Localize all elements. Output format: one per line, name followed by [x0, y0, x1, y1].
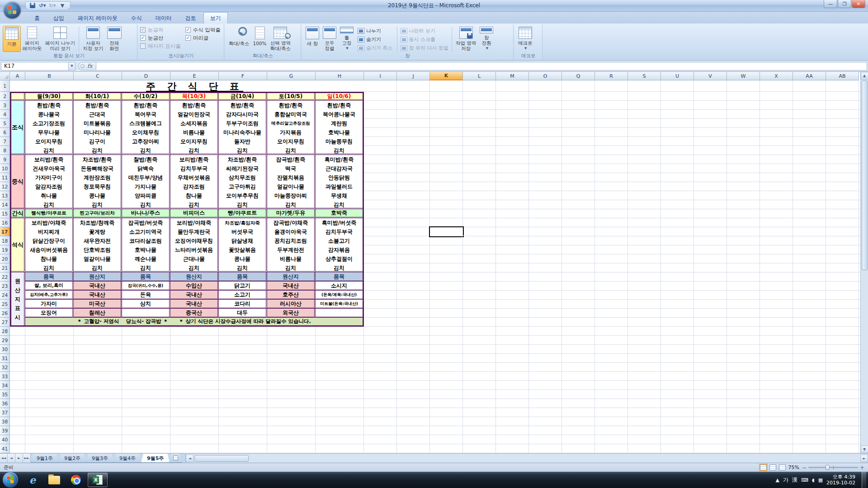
row-header-17[interactable]: 17 [0, 227, 10, 236]
row-header-20[interactable]: 20 [0, 254, 10, 263]
section-label-간식[interactable]: 간식 [10, 209, 25, 218]
meal-cell[interactable]: 흰밥/흰죽근대국미트볼볶음미나리나물김구이김치 [74, 101, 122, 155]
row-header-36[interactable]: 36 [0, 399, 10, 408]
row-header-26[interactable]: 26 [0, 309, 10, 318]
origin-header-cell[interactable]: 품목 [25, 272, 74, 282]
section-label-중식[interactable]: 중식 [10, 155, 25, 209]
zoom-in-icon[interactable]: + [860, 465, 864, 471]
select-all-corner[interactable] [0, 72, 10, 80]
gridlines-checkbox[interactable]: ✓눈금선 [140, 34, 181, 42]
column-header-S[interactable]: S [628, 72, 661, 80]
close-button[interactable]: ✕ [852, 0, 865, 8]
meal-cell[interactable]: 바나나/주스 [122, 209, 170, 218]
row-header-14[interactable]: 14 [0, 200, 10, 209]
ime-korean-indicator[interactable]: 가 [783, 476, 788, 484]
network-tray-icon[interactable]: ▦ [818, 477, 823, 483]
row-header-15[interactable]: 15 [0, 209, 10, 218]
origin-cell[interactable]: 국내산 [74, 282, 122, 291]
origin-cell[interactable]: 소고기 [219, 291, 267, 300]
taskbar-clock[interactable]: 오후 4:39 2019-10-02 [826, 474, 858, 486]
horizontal-scrollbar[interactable]: ◄ ► [185, 454, 868, 463]
taskbar-excel[interactable]: X [88, 473, 108, 487]
day-header-5[interactable]: 금(10/4) [219, 92, 267, 101]
origin-cell[interactable]: 대두 [219, 309, 267, 318]
selected-cell-K17[interactable] [429, 226, 464, 237]
ribbon-tab-홈[interactable]: 홈 [28, 13, 46, 23]
row-header-5[interactable]: 5 [0, 119, 10, 128]
keyboard-tray-icon[interactable]: ⌨ [801, 477, 808, 483]
zoom-100-button[interactable]: 100% [251, 26, 269, 52]
meal-cell[interactable]: 흰밥/흰죽감자다시마국두부구이조림미나리숙주나물돌자반김치 [219, 101, 267, 155]
maximize-button[interactable]: ❐ [838, 0, 851, 8]
row-header-2[interactable]: 2 [0, 92, 10, 101]
origin-cell[interactable]: (돈육/계육:국내산) [316, 291, 364, 300]
origin-cell[interactable]: 외국산 [267, 309, 316, 318]
meal-cell[interactable]: 비피더스 [170, 209, 219, 218]
origin-cell[interactable]: 쌀, 보리,흑미 [25, 282, 74, 291]
day-header-3[interactable]: 수(10/2) [122, 92, 170, 101]
scroll-up-icon[interactable]: ▲ [861, 72, 868, 80]
meal-cell[interactable]: 찐고구마/보리차 [74, 209, 122, 218]
zoom-slider-thumb[interactable] [826, 465, 830, 470]
meal-cell[interactable]: 보리밥/야채죽물만두계란국오징어야채무침느타리버섯볶음근대나물김치 [170, 218, 219, 272]
column-header-B[interactable]: B [25, 72, 74, 80]
insert-worksheet-tab[interactable] [169, 454, 182, 463]
origin-cell[interactable]: 국내산 [74, 291, 122, 300]
column-header-E[interactable]: E [170, 72, 219, 80]
zoom-level[interactable]: 75% [788, 465, 799, 470]
section-label-석식[interactable]: 석식 [10, 218, 25, 272]
sheet-tab-9월3주[interactable]: 9월3주 [86, 454, 114, 463]
ribbon-tab-검토[interactable]: 검토 [179, 13, 203, 23]
row-header-34[interactable]: 34 [0, 381, 10, 390]
origin-header-cell[interactable]: 원산지 [74, 272, 122, 282]
day-header-7[interactable]: 일(10/6) [316, 92, 364, 101]
row-header-35[interactable]: 35 [0, 390, 10, 399]
origin-cell[interactable]: 김치(배추,고추가루) [25, 291, 74, 300]
origin-cell[interactable]: 오징어 [25, 309, 74, 318]
row-header-28[interactable]: 28 [0, 327, 10, 336]
row-header-12[interactable]: 12 [0, 182, 10, 191]
row-header-33[interactable]: 33 [0, 372, 10, 381]
origin-cell[interactable]: 칠레산 [74, 309, 122, 318]
origin-cell[interactable]: 중국산 [170, 309, 219, 318]
scroll-right-icon[interactable]: ► [860, 455, 868, 462]
row-header-32[interactable]: 32 [0, 363, 10, 372]
page-layout-view-button[interactable]: 페이지 레이아웃 [21, 26, 43, 52]
origin-header-cell[interactable]: 품목 [316, 272, 364, 282]
meal-cell[interactable]: 차조밥/흑임자죽버섯무국닭살냉채꽃맛살볶음콩나물김치 [219, 218, 267, 272]
meal-cell[interactable]: 차조밥/흰죽돈등뼈해장국계란장조림청포묵무침콩나물김치 [74, 155, 122, 209]
meal-cell[interactable]: 차조밥/흰죽씨레기된장국삼치무조림고구마튀김오이부추무침김치 [219, 155, 267, 209]
day-header-2[interactable]: 화(10/1) [74, 92, 122, 101]
cells-grid[interactable]: 주 간 식 단 표월(9/30)화(10/1)수(10/2)목(10/3)금(1… [10, 80, 860, 453]
column-header-G[interactable]: G [267, 72, 316, 80]
hide-button[interactable]: 숨기기 [356, 35, 394, 44]
origin-cell[interactable]: 닭고기 [219, 282, 267, 291]
origin-header-cell[interactable]: 품목 [122, 272, 170, 282]
horizontal-scroll-thumb[interactable] [194, 455, 249, 462]
meal-cell[interactable]: 빵/야쿠르트 [219, 209, 267, 218]
volume-tray-icon[interactable]: ◖ [812, 477, 815, 483]
column-header-V[interactable]: V [694, 72, 727, 80]
ribbon-tab-페이지 레이아웃[interactable]: 페이지 레이아웃 [71, 13, 124, 23]
page-break-preview-button[interactable]: 페이지 나누기 미리 보기 [43, 26, 77, 52]
origin-cell[interactable] [316, 309, 364, 318]
origin-cell[interactable]: 코다리 [219, 300, 267, 309]
row-header-41[interactable]: 41 [0, 444, 10, 453]
ribbon-tab-삽입[interactable]: 삽입 [47, 13, 71, 23]
column-header-L[interactable]: L [463, 72, 496, 80]
row-header-9[interactable]: 9 [0, 155, 10, 164]
save-workspace-button[interactable]: 작업 영역 저장 [454, 26, 478, 52]
name-box[interactable]: K17 [1, 62, 69, 70]
sheet-tab-9월2주[interactable]: 9월2주 [58, 454, 86, 463]
synchronous-scrolling-button[interactable]: 동시 스크롤 [399, 35, 450, 44]
column-header-I[interactable]: I [364, 72, 397, 80]
row-header-27[interactable]: 27 [0, 318, 10, 327]
column-header-U[interactable]: U [661, 72, 694, 80]
formula-input[interactable] [96, 62, 867, 70]
row-header-6[interactable]: 6 [0, 128, 10, 137]
meal-cell[interactable]: 흰밥/흰죽북어무국스크램블에그오이채무침고추장아찌김치 [122, 101, 170, 155]
office-button[interactable] [4, 1, 21, 19]
column-header-AA[interactable]: AA [793, 72, 826, 80]
meal-cell[interactable]: 찰밥/흰죽닭백숙데친두부/양념가지나물양파피클김치 [122, 155, 170, 209]
meal-cell[interactable]: 보리밥/흰죽김치두부국우채버섯볶음감자조림참나물김치 [170, 155, 219, 209]
